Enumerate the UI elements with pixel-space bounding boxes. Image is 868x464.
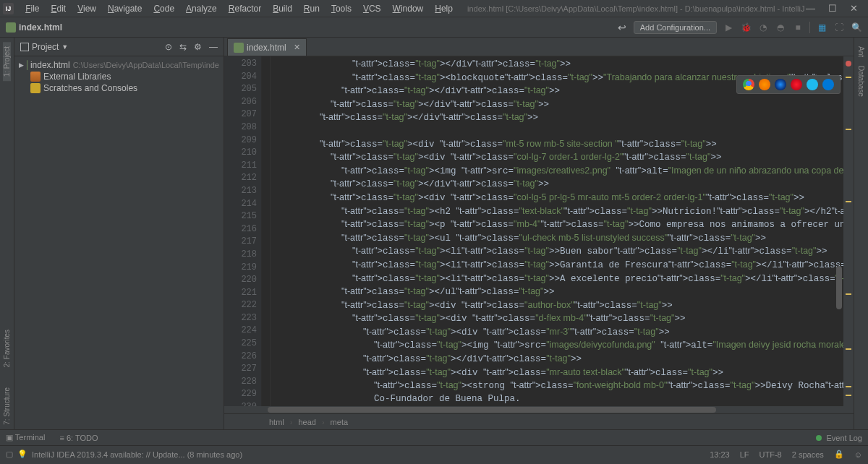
- menu-window[interactable]: Window: [387, 2, 430, 15]
- menu-refactor[interactable]: Refactor: [223, 2, 267, 15]
- vertical-scrollbar[interactable]: [836, 78, 843, 384]
- status-line-separator[interactable]: LF: [740, 450, 749, 459]
- opera-icon[interactable]: [791, 79, 802, 90]
- status-update-message[interactable]: IntelliJ IDEA 2019.3.4 available: // Upd…: [32, 450, 242, 459]
- chrome-icon[interactable]: [743, 79, 754, 90]
- line-gutter[interactable]: 203 204 205 206 207 208 209 210 211 212 …: [224, 56, 262, 406]
- gear-icon[interactable]: ⚙: [194, 42, 202, 52]
- project-panel: Project ▼ ⊙ ⇆ ⚙ — ▶ index.html C:\Users\…: [14, 38, 224, 429]
- rail-database[interactable]: Database: [857, 61, 865, 101]
- expand-icon[interactable]: ▶: [19, 61, 24, 69]
- rail-structure[interactable]: 7: Structure: [3, 383, 11, 429]
- breadcrumb[interactable]: html › head › meta: [224, 413, 854, 429]
- hector-icon[interactable]: ☺: [854, 450, 862, 459]
- safari-icon[interactable]: [775, 79, 786, 90]
- coverage-icon[interactable]: ◔: [757, 22, 769, 33]
- menu-vcs[interactable]: VCS: [357, 2, 387, 15]
- rail-ant[interactable]: Ant: [857, 42, 865, 61]
- tree-root-path: C:\Users\Deivy\AppData\Local\Temp\inde: [73, 61, 219, 69]
- chevron-down-icon: ▼: [61, 43, 68, 51]
- crumb-html[interactable]: html: [269, 418, 284, 426]
- menu-help[interactable]: Help: [429, 2, 459, 15]
- warning-marker[interactable]: [846, 386, 851, 387]
- stop-icon[interactable]: ■: [792, 22, 804, 33]
- tab-close-icon[interactable]: ✕: [294, 43, 300, 52]
- tree-root[interactable]: ▶ index.html C:\Users\Deivy\AppData\Loca…: [14, 59, 224, 71]
- tool-window-toggle-icon[interactable]: ▢: [6, 450, 13, 459]
- navigation-bar: index.html ↩ Add Configuration... ▶ 🐞 ◔ …: [0, 17, 868, 38]
- panel-scope-icon: [20, 43, 29, 51]
- search-everywhere-icon[interactable]: 🔍: [851, 22, 862, 33]
- terminal-button[interactable]: ▣ Terminal: [6, 433, 45, 442]
- menu-edit[interactable]: Edit: [45, 2, 72, 15]
- chevron-right-icon: ›: [322, 418, 325, 426]
- scratch-icon: [30, 83, 41, 93]
- main-area: 1: Project 2: Favorites 7: Structure Pro…: [0, 38, 868, 429]
- ie-icon[interactable]: [807, 79, 818, 90]
- warning-marker[interactable]: [846, 77, 851, 78]
- maximize-icon[interactable]: ☐: [828, 3, 837, 14]
- menu-build[interactable]: Build: [267, 2, 298, 15]
- project-tree[interactable]: ▶ index.html C:\Users\Deivy\AppData\Loca…: [14, 56, 224, 97]
- rail-project[interactable]: 1: Project: [3, 42, 11, 81]
- run-icon[interactable]: ▶: [723, 22, 734, 33]
- window-controls: — ☐ ✕: [806, 3, 865, 14]
- left-tool-rail: 1: Project 2: Favorites 7: Structure: [0, 38, 14, 429]
- warning-marker[interactable]: [846, 129, 851, 130]
- status-indent[interactable]: 2 spaces: [792, 450, 824, 459]
- marker-strip[interactable]: [843, 56, 854, 406]
- editor-tabs: index.html ✕: [224, 38, 854, 56]
- close-icon[interactable]: ✕: [850, 3, 858, 14]
- window-title: index.html [C:\Users\Deivy\AppData\Local…: [467, 4, 806, 13]
- warning-marker[interactable]: [846, 348, 851, 350]
- code-editor[interactable]: 203 204 205 206 207 208 209 210 211 212 …: [224, 56, 854, 406]
- warning-marker[interactable]: [846, 395, 851, 396]
- panel-title[interactable]: Project ▼: [20, 42, 68, 52]
- readonly-lock-icon[interactable]: 🔒: [834, 450, 844, 459]
- panel-title-label: Project: [32, 42, 59, 52]
- status-encoding[interactable]: UTF-8: [760, 450, 782, 459]
- project-structure-icon[interactable]: ▦: [816, 22, 827, 33]
- menu-navigate[interactable]: Navigate: [102, 2, 148, 15]
- editor-area: index.html ✕ 203 204 205 206 207 208 209…: [224, 38, 854, 429]
- minimize-icon[interactable]: —: [806, 3, 815, 14]
- tree-external-libs[interactable]: External Libraries: [14, 71, 224, 82]
- bulb-icon[interactable]: 💡: [17, 450, 27, 459]
- status-bar: ▢ 💡 IntelliJ IDEA 2019.3.4 available: //…: [0, 445, 868, 463]
- crumb-head[interactable]: head: [298, 418, 315, 426]
- hide-panel-icon[interactable]: —: [209, 42, 218, 52]
- edge-icon[interactable]: [822, 79, 834, 90]
- code-content[interactable]: "t-attr">class="t-tag"></div"t-attr">cla…: [271, 56, 843, 406]
- html-file-icon: [6, 22, 16, 33]
- debug-icon[interactable]: 🐞: [740, 22, 752, 33]
- firefox-icon[interactable]: [759, 79, 770, 90]
- tab-label: index.html: [247, 43, 286, 53]
- menu-view[interactable]: View: [72, 2, 102, 15]
- error-marker-icon[interactable]: [846, 61, 851, 66]
- rail-favorites[interactable]: 2: Favorites: [3, 325, 11, 371]
- menu-tools[interactable]: Tools: [326, 2, 357, 15]
- collapse-icon[interactable]: ⇆: [179, 42, 187, 52]
- status-time[interactable]: 13:23: [710, 450, 730, 459]
- tab-index-html[interactable]: index.html ✕: [227, 38, 307, 56]
- tree-scratches[interactable]: Scratches and Consoles: [14, 82, 224, 94]
- locate-icon[interactable]: ⊙: [165, 42, 172, 52]
- menu-run[interactable]: Run: [298, 2, 326, 15]
- warning-marker[interactable]: [846, 201, 851, 202]
- event-log-button[interactable]: Event Log: [826, 434, 862, 442]
- html-file-icon: [27, 60, 27, 70]
- menu-code[interactable]: Code: [148, 2, 180, 15]
- horizontal-scrollbar[interactable]: [224, 406, 854, 413]
- add-configuration-button[interactable]: Add Configuration...: [634, 21, 717, 34]
- menu-analyze[interactable]: Analyze: [180, 2, 223, 15]
- fold-strip[interactable]: [262, 56, 271, 406]
- nav-file[interactable]: index.html: [6, 22, 62, 33]
- tree-root-label: index.html: [30, 60, 70, 70]
- hide-tools-icon[interactable]: ⛶: [833, 22, 845, 33]
- profile-icon[interactable]: ◓: [775, 22, 786, 33]
- menu-file[interactable]: File: [20, 2, 45, 15]
- build-icon[interactable]: ↩: [616, 22, 628, 33]
- warning-marker[interactable]: [846, 293, 851, 295]
- todo-button[interactable]: ≡ 6: TODO: [59, 434, 98, 442]
- crumb-meta[interactable]: meta: [331, 418, 348, 426]
